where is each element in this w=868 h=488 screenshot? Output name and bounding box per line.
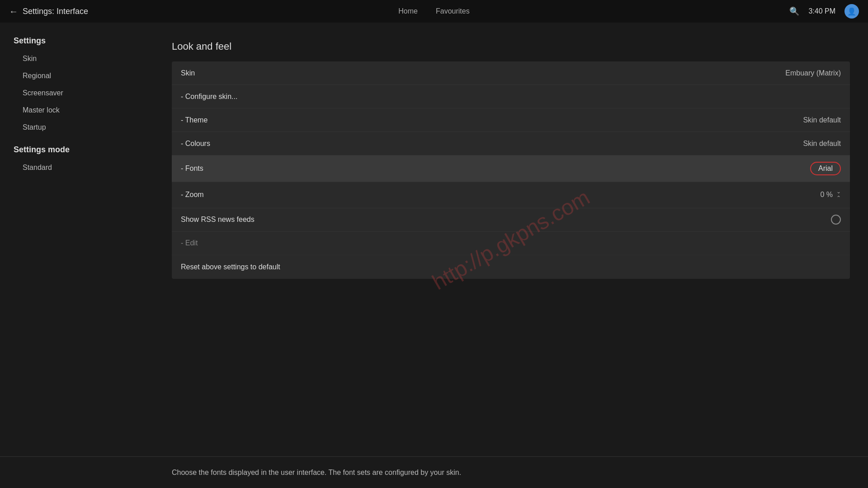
nav-home[interactable]: Home [398, 7, 418, 15]
edit-row: - Edit [172, 232, 850, 255]
reset-label: Reset above settings to default [181, 263, 841, 271]
back-button[interactable]: ← Settings: Interface [9, 6, 88, 17]
sidebar-item-startup[interactable]: Startup [0, 119, 154, 136]
back-icon: ← [9, 6, 18, 17]
configure-skin-label: - Configure skin... [181, 93, 841, 101]
search-icon[interactable]: 🔍 [789, 6, 799, 16]
theme-row[interactable]: - Theme Skin default [172, 108, 850, 132]
colours-value: Skin default [803, 140, 841, 148]
sidebar-item-skin[interactable]: Skin [0, 50, 154, 67]
theme-label: - Theme [181, 116, 803, 124]
bottom-bar: Choose the fonts displayed in the user i… [0, 456, 868, 488]
avatar[interactable]: 👤 [844, 4, 859, 19]
zoom-value: 0 % [820, 191, 833, 199]
main-layout: Settings Skin Regional Screensaver Maste… [0, 23, 868, 456]
zoom-row[interactable]: - Zoom 0 % ⌄ ⌃ [172, 182, 850, 208]
look-and-feel-title: Look and feel [172, 41, 850, 52]
skin-row[interactable]: Skin Embuary (Matrix) [172, 61, 850, 85]
edit-label: - Edit [181, 239, 841, 247]
bottom-description: Choose the fonts displayed in the user i… [172, 469, 461, 477]
zoom-up-arrow[interactable]: ⌃ [836, 195, 841, 201]
header-right: 🔍 3:40 PM 👤 [789, 4, 859, 19]
colours-row[interactable]: - Colours Skin default [172, 132, 850, 155]
top-nav: Home Favourites [398, 7, 469, 15]
settings-section-label: Settings [0, 32, 154, 50]
theme-value: Skin default [803, 116, 841, 124]
colours-label: - Colours [181, 140, 803, 148]
rss-row[interactable]: Show RSS news feeds [172, 208, 850, 232]
sidebar-item-regional[interactable]: Regional [0, 67, 154, 84]
configure-skin-row[interactable]: - Configure skin... [172, 85, 850, 108]
skin-value: Embuary (Matrix) [785, 69, 841, 77]
page-title: Settings: Interface [23, 7, 88, 16]
clock: 3:40 PM [808, 7, 835, 15]
header: ← Settings: Interface Home Favourites 🔍 … [0, 0, 868, 23]
fonts-value: Arial [810, 162, 841, 175]
nav-favourites[interactable]: Favourites [436, 7, 470, 15]
zoom-controls: 0 % ⌄ ⌃ [820, 188, 841, 202]
sidebar: Settings Skin Regional Screensaver Maste… [0, 23, 154, 456]
zoom-arrows: ⌄ ⌃ [836, 188, 841, 202]
zoom-down-arrow[interactable]: ⌄ [836, 188, 841, 195]
settings-mode-label: Settings mode [0, 136, 154, 159]
sidebar-item-standard[interactable]: Standard [0, 159, 154, 176]
sidebar-item-masterlock[interactable]: Master lock [0, 102, 154, 119]
zoom-label: - Zoom [181, 191, 820, 199]
fonts-row[interactable]: - Fonts Arial [172, 155, 850, 182]
fonts-label: - Fonts [181, 164, 810, 173]
sidebar-item-screensaver[interactable]: Screensaver [0, 84, 154, 102]
rss-toggle[interactable] [831, 215, 841, 225]
main-content: Look and feel Skin Embuary (Matrix) - Co… [154, 23, 868, 456]
skin-label: Skin [181, 69, 785, 77]
reset-row[interactable]: Reset above settings to default [172, 255, 850, 279]
settings-table: Skin Embuary (Matrix) - Configure skin..… [172, 61, 850, 279]
rss-label: Show RSS news feeds [181, 216, 831, 224]
